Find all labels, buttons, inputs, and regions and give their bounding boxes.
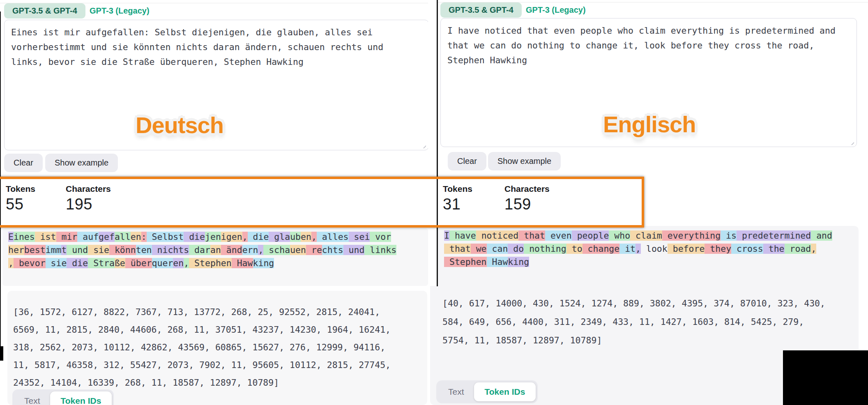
token-segment: , <box>8 258 14 268</box>
token-segment: the <box>763 244 785 254</box>
token-segment: Haw <box>487 257 508 267</box>
token-segment: have <box>449 230 476 241</box>
token-segment: look <box>641 244 668 254</box>
clear-button[interactable]: Clear <box>448 152 486 170</box>
token-segment: ist <box>35 232 56 242</box>
token-segment: gla <box>269 232 290 242</box>
output-toggle-german: Text Token IDs <box>12 389 114 405</box>
token-line: Eines ist mir aufgefallen: Selbst diejen… <box>8 230 428 244</box>
token-segment: en <box>301 232 311 242</box>
token-segment: best <box>24 245 46 255</box>
token-segment: und <box>343 245 365 255</box>
tokenized-text-german: Eines ist mir aufgefallen: Selbst diejen… <box>2 228 428 286</box>
token-segment: noticed <box>476 230 519 241</box>
token-segment: can <box>487 244 508 254</box>
token-segment: we <box>471 244 487 254</box>
token-segment: links <box>364 245 396 255</box>
toggle-token-ids-option[interactable]: Token IDs <box>474 382 536 401</box>
token-segment: sei <box>349 232 370 242</box>
token-segment: alles <box>317 232 349 242</box>
token-segment: , <box>311 232 317 242</box>
characters-label: Characters <box>504 184 550 194</box>
tab-gpt35-gpt4[interactable]: GPT-3.5 & GPT-4 <box>4 3 85 18</box>
token-segment: ße <box>115 258 125 268</box>
token-segment: is <box>721 230 737 241</box>
token-segment: everything <box>662 230 721 241</box>
token-segment: an <box>210 245 221 255</box>
token-segment: en <box>173 258 184 268</box>
token-segment: ub <box>290 232 301 242</box>
token-segment: chts <box>322 245 343 255</box>
token-segment: , <box>258 245 263 255</box>
token-segment: Stephen <box>189 258 232 268</box>
tokens-label: Tokens <box>6 184 35 194</box>
token-segment: scha <box>263 245 290 255</box>
token-segment: ten <box>136 245 152 255</box>
token-line: herbestimmt und sie könnten nichts daran… <box>8 244 428 257</box>
left-crop-edge <box>0 12 1 346</box>
token-segment: , <box>184 258 189 268</box>
token-segment: quer <box>152 258 173 268</box>
token-segment: sie <box>88 245 109 255</box>
token-line: that we can do nothing to change it, loo… <box>444 242 832 255</box>
token-segment: , <box>811 244 816 254</box>
token-segment: auf <box>77 232 99 242</box>
token-segment: t <box>61 245 67 255</box>
output-toggle-english: Text Token IDs <box>436 380 538 403</box>
token-segment: people <box>572 230 609 241</box>
token-segment: über <box>125 258 152 268</box>
token-segment: Stephen <box>444 257 487 267</box>
token-segment: ines <box>14 232 35 242</box>
token-segment: igen <box>221 232 242 242</box>
characters-label: Characters <box>66 184 111 194</box>
token-segment: her <box>8 245 24 255</box>
token-segment: all <box>115 232 131 242</box>
token-segment: mir <box>56 232 78 242</box>
toggle-text-option[interactable]: Text <box>438 387 474 397</box>
token-segment: nichts <box>152 245 189 255</box>
token-segment: cross <box>731 244 763 254</box>
toggle-token-ids-option[interactable]: Token IDs <box>50 391 112 405</box>
toggle-text-option[interactable]: Text <box>14 396 50 405</box>
token-segment: I <box>444 230 449 241</box>
characters-count: 159 <box>504 196 531 213</box>
token-segment: predetermined <box>737 230 811 241</box>
token-segment: Selbst <box>147 232 184 242</box>
token-segment: vor <box>370 232 391 242</box>
token-segment: road <box>785 244 811 254</box>
show-example-button[interactable]: Show example <box>488 152 561 170</box>
token-segment: sie <box>46 258 67 268</box>
token-segment: before <box>668 244 705 254</box>
screenshot-gap <box>428 0 437 286</box>
token-line: I have noticed that even people who clai… <box>444 229 832 242</box>
token-segment: re <box>306 245 322 255</box>
clear-button[interactable]: Clear <box>4 154 43 172</box>
token-segment: claim <box>630 230 662 241</box>
tab-gpt3-legacy[interactable]: GPT-3 (Legacy) <box>86 3 153 18</box>
annotation-label-englisch: Englisch <box>603 111 695 138</box>
black-crop-mark-left <box>0 346 3 361</box>
token-segment: und <box>67 245 88 255</box>
token-segment: bevor <box>14 258 46 268</box>
token-segment: king <box>508 257 529 267</box>
token-line: , bevor sie die Straße überqueren, Steph… <box>8 257 428 270</box>
token-segment: Haw <box>232 258 253 268</box>
token-segment: en <box>131 232 141 242</box>
token-segment: die <box>248 232 269 242</box>
token-segment: änd <box>221 245 242 255</box>
token-segment: king <box>253 258 274 268</box>
token-segment: to <box>566 244 583 254</box>
tokenized-text-english: I have noticed that even people who clai… <box>444 229 832 269</box>
token-segment: who <box>609 230 630 241</box>
black-crop-mark-right <box>783 350 868 405</box>
token-line: Stephen Hawking <box>444 255 832 269</box>
tokenizer-comparison-canvas: GPT-3.5 & GPT-4 GPT-3 (Legacy) Eines ist… <box>0 0 868 405</box>
tab-gpt35-gpt4[interactable]: GPT-3.5 & GPT-4 <box>440 2 522 18</box>
token-segment: könn <box>109 245 136 255</box>
tab-gpt3-legacy[interactable]: GPT-3 (Legacy) <box>523 2 589 18</box>
tokens-count: 31 <box>443 196 460 213</box>
token-segment: change <box>583 244 620 254</box>
show-example-button[interactable]: Show example <box>45 154 118 172</box>
token-ids-block-german: [36, 1572, 6127, 8822, 7367, 713, 13772,… <box>7 291 427 405</box>
token-segment: jen <box>205 232 221 242</box>
